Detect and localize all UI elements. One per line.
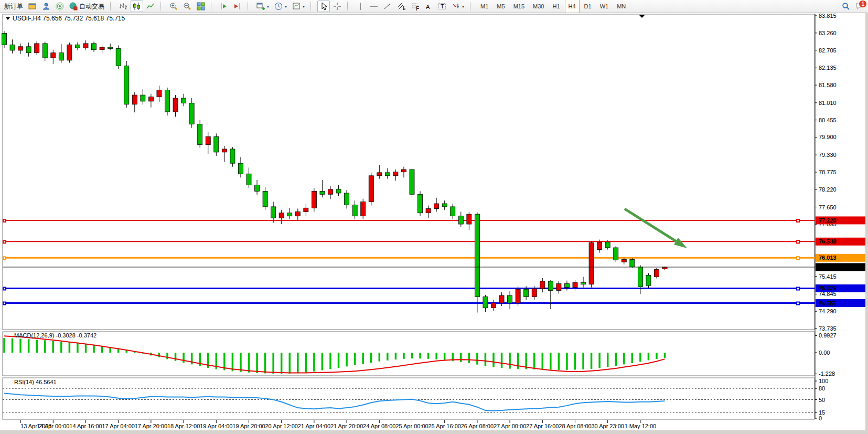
candle bbox=[263, 191, 267, 207]
tf-w1-label: W1 bbox=[600, 3, 609, 9]
rsi-label: RSI(14) 46.5641 bbox=[14, 379, 57, 385]
tf-d1[interactable]: D1 bbox=[581, 0, 595, 13]
toolbar-separator bbox=[248, 2, 252, 11]
tf-m30[interactable]: M30 bbox=[529, 0, 548, 13]
tf-h4[interactable]: H4 bbox=[565, 0, 580, 13]
price-axis[interactable] bbox=[815, 14, 865, 419]
text-icon[interactable]: A bbox=[422, 1, 435, 12]
candle bbox=[328, 189, 333, 194]
dropdown-caret-icon[interactable]: ▾ bbox=[303, 4, 305, 9]
templates-icon[interactable]: ▾ bbox=[290, 1, 307, 12]
signals-icon[interactable] bbox=[53, 1, 66, 12]
market-watch-icon[interactable] bbox=[40, 1, 52, 12]
arrows-icon bbox=[452, 2, 460, 10]
toolbar-separator bbox=[470, 2, 474, 11]
line-chart-icon bbox=[146, 2, 155, 10]
text-label-icon: T bbox=[438, 2, 446, 10]
candle bbox=[573, 282, 577, 287]
candle bbox=[312, 191, 316, 208]
cursor-icon[interactable] bbox=[317, 1, 330, 12]
time-axis[interactable] bbox=[3, 420, 815, 430]
candle bbox=[181, 98, 186, 103]
zoom-in-icon bbox=[169, 2, 178, 10]
trendline-icon[interactable] bbox=[381, 1, 394, 12]
tf-w1[interactable]: W1 bbox=[596, 0, 613, 13]
candle bbox=[614, 248, 618, 260]
candle bbox=[548, 281, 553, 291]
auto-trading-button[interactable]: 自动交易 bbox=[67, 1, 106, 12]
crosshair-icon[interactable] bbox=[331, 1, 344, 12]
channel-icon[interactable]: E bbox=[395, 1, 408, 12]
candle bbox=[385, 173, 390, 176]
candle bbox=[304, 208, 308, 211]
charts-icon[interactable] bbox=[26, 1, 39, 12]
chart-shift-icon[interactable] bbox=[231, 1, 244, 12]
macd-panel[interactable] bbox=[3, 332, 815, 376]
tf-h1[interactable]: H1 bbox=[549, 0, 563, 13]
tf-h1-label: H1 bbox=[552, 3, 560, 9]
candle bbox=[516, 289, 520, 303]
candle bbox=[352, 205, 357, 216]
candle bbox=[279, 213, 284, 218]
tf-m30-label: M30 bbox=[533, 3, 544, 9]
candle bbox=[646, 276, 651, 286]
svg-text:F: F bbox=[416, 5, 419, 10]
main-chart-panel[interactable] bbox=[3, 14, 815, 330]
candle bbox=[2, 33, 7, 45]
candle bbox=[401, 170, 406, 172]
tile-windows-icon[interactable] bbox=[195, 1, 207, 12]
vertical-line-icon bbox=[356, 2, 365, 10]
candle bbox=[662, 267, 667, 269]
tf-m1-label: M1 bbox=[480, 3, 488, 9]
candlestick-chart-icon[interactable] bbox=[131, 1, 143, 12]
candle bbox=[173, 98, 178, 112]
candle bbox=[214, 136, 219, 152]
toolbar-separator bbox=[347, 2, 351, 11]
line-chart-icon[interactable] bbox=[144, 1, 157, 12]
tf-m5[interactable]: M5 bbox=[493, 0, 508, 13]
candle bbox=[157, 90, 162, 97]
period-icon[interactable]: ▾ bbox=[272, 1, 289, 12]
notifications-icon[interactable]: 1 bbox=[853, 1, 866, 12]
market-watch-icon bbox=[42, 2, 50, 10]
candle bbox=[222, 149, 227, 152]
text-label-icon[interactable]: T bbox=[436, 1, 448, 12]
candle bbox=[630, 259, 635, 267]
search-icon[interactable] bbox=[840, 1, 852, 12]
arrows-icon[interactable]: ▾ bbox=[449, 1, 466, 12]
zoom-out-icon[interactable] bbox=[181, 1, 194, 12]
chart-shift-icon bbox=[233, 2, 242, 10]
candle bbox=[393, 172, 398, 176]
vertical-line-icon[interactable] bbox=[354, 1, 367, 12]
candle bbox=[499, 295, 504, 303]
bar-chart-icon[interactable] bbox=[117, 1, 130, 12]
dropdown-caret-icon[interactable]: ▾ bbox=[285, 4, 287, 9]
fibonacci-icon[interactable]: F bbox=[409, 1, 421, 12]
toolbar-separator bbox=[310, 2, 315, 11]
candle bbox=[605, 242, 610, 248]
candle bbox=[491, 303, 496, 308]
candle bbox=[377, 173, 382, 176]
tf-m1[interactable]: M1 bbox=[477, 0, 492, 13]
candle bbox=[524, 289, 529, 297]
auto-scroll-icon[interactable] bbox=[218, 1, 230, 12]
tf-mn[interactable]: MN bbox=[613, 0, 629, 13]
new-order-button[interactable]: 新订单 bbox=[2, 1, 25, 12]
new-chart-icon[interactable]: ▾ bbox=[254, 1, 271, 12]
candle bbox=[92, 44, 97, 50]
candle bbox=[540, 281, 545, 289]
toolbar-separator bbox=[160, 2, 165, 11]
channel-icon: E bbox=[397, 2, 405, 10]
notification-count-badge: 1 bbox=[859, 0, 867, 8]
candle bbox=[621, 259, 626, 262]
new-order-button-label: 新订单 bbox=[4, 2, 23, 11]
candle bbox=[75, 45, 80, 48]
mt4-window: 新订单自动交易▾▾▾EFAT▾M1M5M15M30H1H4D1W1MN1 83.… bbox=[0, 0, 868, 434]
candle bbox=[467, 214, 471, 224]
tf-m15[interactable]: M15 bbox=[510, 0, 528, 13]
dropdown-caret-icon[interactable]: ▾ bbox=[267, 4, 269, 9]
dropdown-caret-icon[interactable]: ▾ bbox=[462, 4, 464, 9]
candle bbox=[475, 214, 479, 297]
horizontal-line-icon[interactable] bbox=[368, 1, 380, 12]
zoom-in-icon[interactable] bbox=[167, 1, 180, 12]
